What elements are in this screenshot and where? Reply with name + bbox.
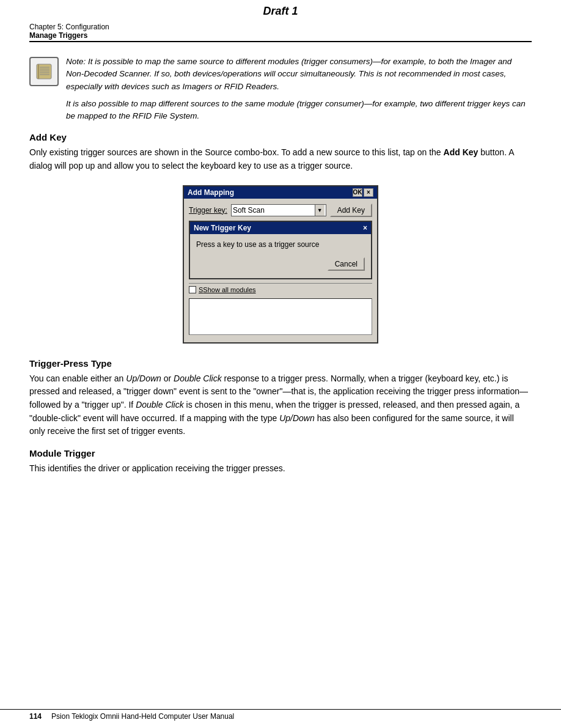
trigger-key-select-wrapper: Soft Scan ▼ [231, 204, 326, 216]
new-trigger-key-dialog: New Trigger Key × Press a key to use as … [189, 221, 372, 279]
dropdown-value: Soft Scan [233, 206, 315, 215]
note-icon [29, 57, 59, 86]
dropdown-arrow[interactable]: ▼ [315, 205, 324, 216]
dialog-container: Add Mapping OK × Trigger key: [29, 185, 532, 344]
inner-dialog-footer: Cancel [196, 257, 365, 273]
add-key-heading: Add Key [29, 132, 532, 142]
page-number: 114 [29, 712, 42, 721]
dialog-titlebar-buttons: OK × [353, 188, 373, 197]
inner-dialog-message: Press a key to use as a trigger source [196, 240, 365, 249]
cancel-button[interactable]: Cancel [328, 257, 365, 271]
inner-dialog-titlebar: New Trigger Key × [190, 222, 371, 234]
note-text: Note: It is possible to map the same sou… [66, 56, 532, 122]
svg-rect-1 [38, 64, 39, 79]
inner-dialog-title: New Trigger Key [194, 224, 251, 232]
inner-dialog-body: Press a key to use as a trigger source C… [190, 234, 371, 278]
inner-dialog-close-btn[interactable]: × [363, 224, 367, 232]
chapter-info: Chapter 5: Configuration Manage Triggers [0, 20, 561, 40]
show-all-label: SShow all modules [199, 286, 256, 293]
page-footer: 114 Psion Teklogix Omnii Hand-Held Compu… [0, 709, 561, 721]
footer-text: Psion Teklogix Omnii Hand-Held Computer … [51, 712, 234, 721]
module-trigger-body: This identifies the driver or applicatio… [29, 462, 532, 476]
trigger-press-body: You can enable either an Up/Down or Doub… [29, 372, 532, 438]
note-box: Note: It is possible to map the same sou… [29, 56, 532, 122]
main-content: Note: It is possible to map the same sou… [0, 42, 561, 494]
dialog-ok-btn[interactable]: OK [353, 188, 362, 197]
module-trigger-heading: Module Trigger [29, 448, 532, 458]
dialog-body: Trigger key: Soft Scan ▼ Add Key New Tri… [184, 199, 377, 342]
add-key-body: Only existing trigger sources are shown … [29, 146, 532, 172]
dialog-list-area [189, 298, 372, 335]
trigger-key-row: Trigger key: Soft Scan ▼ Add Key [189, 204, 372, 217]
show-all-text: Show all modules [203, 286, 255, 293]
trigger-key-select[interactable]: Soft Scan ▼ [231, 204, 326, 216]
show-all-checkbox[interactable] [189, 286, 196, 293]
trigger-press-heading: Trigger-Press Type [29, 358, 532, 369]
dialog-titlebar: Add Mapping OK × [184, 186, 377, 199]
draft-header: Draft 1 [0, 0, 561, 20]
trigger-key-label: Trigger key: [189, 206, 227, 215]
note-paragraph-2: It is also possible to map different sou… [66, 98, 532, 123]
section-label: Manage Triggers [29, 31, 532, 40]
book-icon [34, 62, 54, 81]
dialog-title: Add Mapping [188, 188, 234, 197]
add-key-button[interactable]: Add Key [330, 204, 372, 217]
note-paragraph-1: Note: It is possible to map the same sou… [66, 56, 532, 93]
draft-title: Draft 1 [263, 5, 298, 17]
show-all-modules-row: SShow all modules [189, 283, 372, 296]
dialog-close-btn[interactable]: × [364, 188, 373, 197]
add-mapping-dialog: Add Mapping OK × Trigger key: [183, 185, 378, 344]
chapter-label: Chapter 5: Configuration [29, 23, 532, 31]
